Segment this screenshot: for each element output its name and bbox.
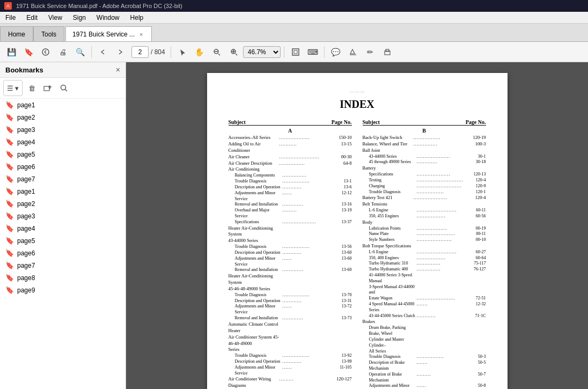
previous-page-button[interactable]	[38, 45, 54, 60]
list-item[interactable]: 🔖page2	[0, 111, 126, 123]
list-item[interactable]: 🔖page5	[0, 234, 126, 247]
highlight-button[interactable]	[345, 45, 361, 60]
zoom-in-button[interactable]	[226, 45, 242, 60]
menu-help[interactable]: Help	[125, 12, 149, 23]
list-item[interactable]: 🔖page7	[0, 259, 126, 271]
menu-view[interactable]: View	[43, 12, 68, 23]
tab-document[interactable]: 1971 Buick Service ... ×	[65, 26, 152, 41]
index-sub-entry: Trouble Diagnosis.................13-56	[229, 244, 352, 250]
list-item[interactable]: 🔖page6	[0, 160, 126, 173]
index-sub-entry: Name Plate........................00-11	[363, 231, 486, 237]
comment-button[interactable]: 💬	[328, 45, 344, 60]
index-sub-entry: Drum Brake, Parking Brake, Wheel	[363, 325, 486, 337]
svg-rect-8	[292, 49, 299, 55]
index-sub-entry: 3-Speed Manual 43-44000 and	[363, 284, 486, 296]
menu-window[interactable]: Window	[91, 12, 125, 23]
app-icon: A	[4, 2, 12, 10]
tab-close-button[interactable]: ×	[138, 31, 144, 38]
index-sub-entry: Trouble Diagnosis.................13-92	[229, 353, 352, 359]
index-sub-entry: Cylinder and Master Cylinder–	[363, 337, 486, 349]
index-sub-entry: Operation of Brake Mechanism.........50-…	[363, 372, 486, 384]
index-sub-entry: All Series	[363, 349, 486, 355]
faint-header: — — —	[229, 89, 486, 94]
index-sub-entry: Overhaul and Major Service.........13-19	[229, 208, 352, 219]
print-button[interactable]: 🖨	[55, 45, 71, 60]
index-col-2: Subject Page No. B Back-Up light Switch.…	[363, 119, 486, 389]
index-sub-entry: Estate Wagon........................72-5…	[363, 296, 486, 302]
index-sub-entry: Adjustments and Minor Service......11-10…	[229, 365, 352, 377]
index-sub-entry: Removal and Installation.............13-…	[229, 202, 352, 208]
bookmark-button[interactable]: 🔖	[20, 45, 36, 60]
save-button[interactable]: 💾	[3, 45, 19, 60]
bookmark-icon: 🔖	[5, 200, 14, 208]
list-item[interactable]: 🔖page1	[0, 185, 126, 197]
index-sub-entry: Testing.............................120-…	[363, 178, 486, 184]
svg-rect-12	[386, 49, 389, 52]
zoom-out-button[interactable]	[209, 45, 225, 60]
list-item[interactable]: 🔖page2	[0, 197, 126, 210]
list-item[interactable]: 🔖page4	[0, 136, 126, 148]
markup-button[interactable]: ✏	[362, 45, 378, 60]
sidebar-close-button[interactable]: ×	[116, 65, 120, 74]
list-item[interactable]: 🔖page9	[0, 284, 126, 296]
index-sub-entry: Specifications.....................120-1…	[363, 172, 486, 178]
index-entry: Battery Test 421.....................120…	[363, 195, 486, 201]
pdf-viewer[interactable]: — — — INDEX Subject Page No. A Accessori…	[126, 62, 588, 389]
section-a: A	[229, 128, 352, 134]
menu-file[interactable]: File	[0, 12, 21, 23]
bookmark-icon: 🔖	[5, 126, 14, 134]
col2-header: Subject Page No.	[363, 119, 486, 126]
nav-next-button[interactable]	[112, 45, 128, 60]
index-sub-entry: Description and Operation............13-…	[229, 298, 352, 304]
index-sub-entry: Charging............................120-…	[363, 184, 486, 189]
list-item[interactable]: 🔖page4	[0, 222, 126, 234]
list-item[interactable]: 🔖page5	[0, 148, 126, 160]
index-entry: Heater Air-Conditioning System	[229, 273, 352, 286]
stamp-button[interactable]	[379, 45, 395, 60]
bookmark-icon: 🔖	[5, 224, 14, 232]
separator-3	[284, 46, 284, 58]
nav-prev-button[interactable]	[95, 45, 111, 60]
index-entry: Adding Oil to Air Conditioner...........…	[229, 141, 352, 154]
col1-header: Subject Page No.	[229, 119, 352, 126]
svg-point-0	[42, 49, 49, 55]
tab-document-label: 1971 Buick Service ...	[72, 31, 135, 38]
tab-tools[interactable]: Tools	[33, 26, 64, 41]
keyboard-button[interactable]: ⌨	[305, 45, 321, 60]
list-item[interactable]: 🔖page3	[0, 123, 126, 136]
page-number-input[interactable]	[131, 46, 149, 58]
page-total: / 804	[151, 48, 165, 56]
hand-tool-button[interactable]: ✋	[192, 45, 208, 60]
bookmark-icon: 🔖	[5, 261, 14, 269]
list-item[interactable]: 🔖page8	[0, 271, 126, 284]
find-button[interactable]: 🔍	[72, 45, 88, 60]
menu-sign[interactable]: Sign	[68, 12, 91, 23]
tab-home[interactable]: Home	[0, 26, 33, 41]
list-item[interactable]: 🔖page6	[0, 247, 126, 259]
sidebar-collapse-button[interactable]: ◀	[126, 215, 126, 237]
fit-page-button[interactable]	[288, 45, 304, 60]
index-entry: Balance, Wheel and Tire...............10…	[363, 141, 486, 148]
sidebar-add-button[interactable]	[41, 82, 55, 94]
bookmark-icon: 🔖	[5, 187, 14, 195]
bookmark-icon: 🔖	[5, 212, 14, 220]
list-item[interactable]: 🔖page7	[0, 173, 126, 185]
sidebar-view-button[interactable]: ☰ ▾	[6, 82, 20, 94]
index-entry: Heater Air-Conditioning System	[229, 225, 352, 238]
list-item[interactable]: 🔖page1	[0, 99, 126, 111]
menu-edit[interactable]: Edit	[21, 12, 43, 23]
index-entry: Battery	[363, 165, 486, 172]
sidebar-delete-button[interactable]: 🗑	[25, 82, 39, 94]
list-item[interactable]: 🔖page3	[0, 210, 126, 222]
index-entry: Air Conditioner Wiring Diagrams.........…	[229, 376, 352, 389]
index-entry: Air Cleaner.........................00-3…	[229, 154, 352, 160]
index-entry: Accessories–All Series..................…	[229, 135, 352, 141]
index-sub-entry: Description and Operation............13-…	[229, 250, 352, 256]
index-sub-entry: Adjustments and Minor Service......13-72	[229, 304, 352, 315]
main-layout: Bookmarks × ☰ ▾ 🗑 🔖page1 🔖page2 🔖page3 🔖…	[0, 62, 588, 389]
zoom-level-select[interactable]: 46.7% 50% 75% 100%	[243, 46, 281, 58]
select-tool-button[interactable]	[174, 45, 190, 60]
sidebar-search-button[interactable]	[57, 82, 71, 94]
bookmark-icon: 🔖	[5, 237, 14, 245]
separator-4	[324, 46, 325, 58]
